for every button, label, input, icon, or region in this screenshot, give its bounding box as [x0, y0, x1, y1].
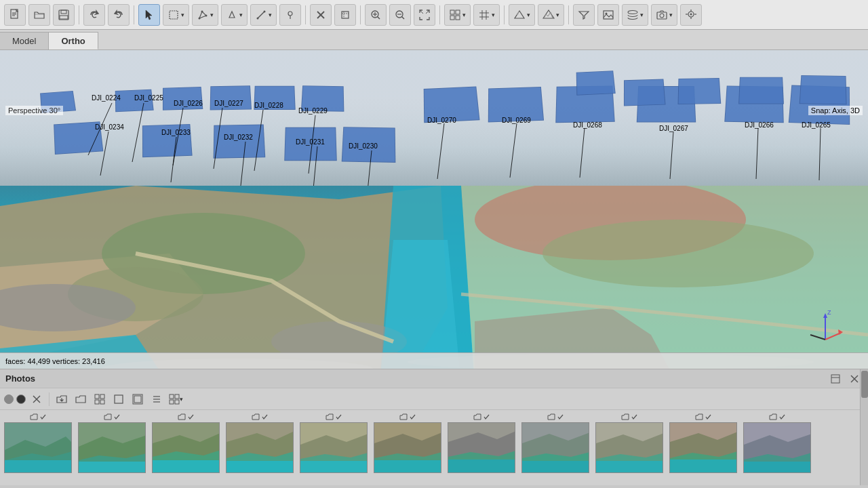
photos-folder-up[interactable] [54, 391, 70, 407]
photo-item-1[interactable] [3, 413, 73, 473]
photo-icons-11 [769, 413, 785, 421]
photo-item-6[interactable] [372, 413, 442, 473]
layers-button[interactable]: ▾ [622, 4, 648, 26]
open-file-button[interactable] [28, 4, 50, 26]
svg-rect-4 [59, 10, 68, 20]
label-DJI_0224: DJI_0224 [92, 94, 121, 102]
svg-rect-146 [596, 461, 663, 473]
camera-button[interactable]: ▾ [651, 4, 677, 26]
label-DJI_0233: DJI_0233 [161, 129, 191, 136]
redo-button[interactable] [108, 4, 130, 26]
crop-button[interactable] [334, 4, 356, 26]
photos-grid-options[interactable]: ▾ [167, 391, 184, 407]
photos-scrollbar[interactable] [860, 369, 868, 485]
photo-item-5[interactable] [298, 413, 368, 473]
grid2-button[interactable]: ▾ [473, 4, 500, 26]
svg-rect-8 [170, 11, 178, 19]
photo-item-8[interactable] [520, 413, 590, 473]
zoom-out-button[interactable] [389, 4, 411, 26]
draw-button[interactable]: ▾ [192, 4, 218, 26]
photos-scrollbar-thumb[interactable] [861, 371, 868, 398]
photos-single-view[interactable] [111, 391, 127, 407]
photo-item-2[interactable] [77, 413, 146, 473]
photo-icons-5 [326, 413, 342, 421]
label-DJI_0229: DJI_0229 [298, 107, 328, 115]
sep2 [134, 5, 134, 24]
image-button[interactable] [597, 4, 619, 26]
photo-thumb-8 [521, 422, 589, 473]
svg-rect-32 [456, 10, 460, 14]
svg-point-14 [264, 10, 266, 12]
label-DJI_0267: DJI_0267 [659, 125, 688, 132]
photo-item-4[interactable] [224, 413, 294, 473]
model-tab[interactable]: Model [0, 32, 49, 49]
svg-rect-100 [100, 400, 104, 404]
photo-thumb-2 [78, 422, 146, 473]
label-DJI_0269: DJI_0269 [502, 117, 531, 124]
line-button[interactable]: ▾ [250, 4, 277, 26]
select-button[interactable] [138, 4, 160, 26]
photo-item-3[interactable] [151, 413, 220, 473]
drone-img-r1b [678, 78, 722, 104]
grid1-button[interactable]: ▾ [444, 4, 471, 26]
ortho-tab[interactable]: Ortho [49, 32, 98, 49]
svg-rect-138 [448, 460, 515, 473]
svg-line-89 [810, 335, 825, 340]
location-button[interactable] [680, 4, 702, 26]
photos-sep1 [49, 392, 50, 406]
sep3 [305, 5, 306, 24]
svg-rect-34 [456, 16, 460, 20]
viewport[interactable]: DJI_0224 DJI_0225 DJI_0226 DJI_0227 DJI_… [0, 50, 868, 369]
filter-button[interactable] [573, 4, 595, 26]
terrain2-button[interactable]: ▾ [538, 4, 564, 26]
photo-thumb-1 [4, 422, 72, 473]
photo-item-9[interactable] [594, 413, 664, 473]
photo-thumb-3 [152, 422, 220, 473]
svg-rect-97 [95, 394, 99, 399]
svg-rect-99 [95, 400, 99, 404]
zoom-in-button[interactable] [365, 4, 387, 26]
status-circle-gray[interactable] [4, 394, 14, 404]
zoom-fit-button[interactable] [414, 4, 435, 26]
photo-thumb-11 [743, 422, 811, 473]
expand-photos-button[interactable] [827, 371, 844, 387]
terrain1-button[interactable]: ▾ [509, 4, 535, 26]
sep5 [439, 5, 440, 24]
photo-thumb-9 [595, 422, 663, 473]
svg-line-23 [378, 16, 380, 19]
tab-bar: Model Ortho [0, 30, 868, 50]
shapes-button[interactable]: ▾ [221, 4, 248, 26]
label-DJI_0266: DJI_0266 [745, 121, 774, 129]
save-file-button[interactable] [53, 4, 75, 26]
rectangle-select-button[interactable]: ▾ [163, 4, 189, 26]
pin-button[interactable] [279, 4, 301, 26]
photo-item-10[interactable] [668, 413, 738, 473]
new-file-button[interactable] [4, 4, 26, 26]
photos-toolbar: ▾ [0, 388, 868, 410]
photos-list-view[interactable] [149, 391, 165, 407]
main-toolbar: ▾ ▾ ▾ ▾ ▾ ▾ ▾ ▾ [0, 0, 868, 30]
photo-thumb-5 [300, 422, 368, 473]
svg-rect-118 [79, 462, 146, 473]
svg-point-15 [288, 12, 292, 16]
photos-close-btn[interactable] [28, 391, 45, 407]
label-DJI_0227: DJI_0227 [214, 100, 243, 107]
svg-marker-88 [838, 329, 843, 335]
svg-rect-19 [342, 12, 349, 18]
svg-point-10 [205, 14, 208, 16]
drone-img-0232 [214, 125, 266, 159]
undo-button[interactable] [83, 4, 105, 26]
photos-frame-view[interactable] [130, 391, 146, 407]
label-DJI_0265: DJI_0265 [802, 121, 831, 129]
svg-rect-98 [100, 394, 104, 399]
photo-item-11[interactable] [742, 413, 812, 473]
photos-folder-down[interactable] [73, 391, 89, 407]
status-circle-dark[interactable] [16, 394, 26, 404]
photo-thumb-4 [226, 422, 294, 473]
svg-line-30 [426, 10, 429, 14]
photos-grid-view[interactable] [92, 391, 108, 407]
photo-strip [0, 410, 868, 486]
delete-button[interactable] [310, 4, 332, 26]
svg-line-61 [580, 128, 585, 178]
photo-item-7[interactable] [446, 413, 516, 473]
